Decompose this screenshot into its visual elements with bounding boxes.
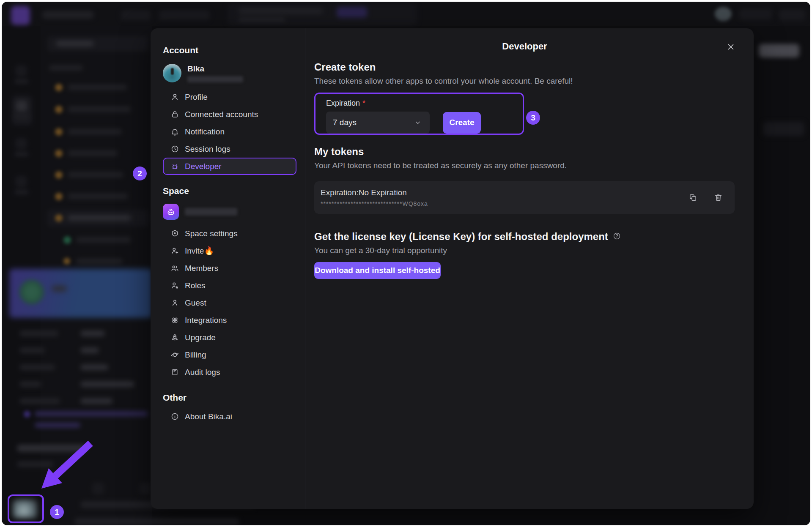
sidebar-item-notification[interactable]: Notification: [163, 123, 296, 140]
token-masked-value: ******************************WQ8oxa: [321, 200, 428, 207]
sidebar-item-profile[interactable]: Profile: [163, 88, 296, 106]
user-avatar: [163, 64, 181, 82]
trash-icon: [713, 193, 723, 202]
users-icon: [170, 264, 179, 273]
grid-icon: [170, 316, 179, 325]
sidebar-item-label: Session logs: [185, 145, 230, 154]
app-window: Account Bika Profile Connected accounts: [2, 2, 810, 525]
space-avatar: [163, 204, 179, 220]
help-icon[interactable]: [612, 232, 621, 242]
sidebar-item-label: Upgrade: [185, 333, 216, 342]
license-subtext: You can get a 30-day trial opportunity: [314, 246, 735, 255]
other-heading: Other: [163, 393, 296, 403]
token-row: Expiration:No Expiration ***************…: [314, 181, 735, 214]
token-expiration: Expiration:No Expiration: [321, 188, 428, 197]
sidebar-item-label: Integrations: [185, 316, 227, 325]
document-icon: [170, 368, 179, 377]
sidebar-item-members[interactable]: Members: [163, 259, 296, 277]
sidebar-item-space-settings[interactable]: Space settings: [163, 225, 296, 242]
rocket-icon: [170, 333, 179, 342]
sidebar-item-label: Developer: [185, 162, 222, 171]
info-icon: [170, 412, 179, 421]
sidebar-item-invite[interactable]: Invite🔥: [163, 242, 296, 259]
space-name-blur: [185, 208, 237, 216]
annotation-arrow: [31, 433, 107, 500]
create-token-heading: Create token: [314, 61, 735, 73]
create-token-form: Expiration* 7 days Create: [314, 93, 524, 135]
bell-icon: [170, 127, 179, 136]
sidebar-item-connected-accounts[interactable]: Connected accounts: [163, 106, 296, 123]
modal-content: Developer Create token These tokens allo…: [305, 28, 754, 509]
space-selector[interactable]: [163, 202, 296, 221]
annotation-step-1: 1: [50, 505, 64, 519]
required-mark: *: [362, 99, 365, 107]
space-heading: Space: [163, 186, 296, 196]
sidebar-item-upgrade[interactable]: Upgrade: [163, 329, 296, 346]
annotation-step-3: 3: [526, 111, 540, 125]
expiration-label: Expiration: [326, 99, 360, 107]
sidebar-item-label: Profile: [185, 93, 208, 102]
sidebar-item-guest[interactable]: Guest: [163, 294, 296, 311]
copy-token-button[interactable]: [686, 191, 699, 204]
user-email-blur: [187, 76, 243, 82]
sidebar-item-billing[interactable]: Billing: [163, 346, 296, 363]
copy-icon: [688, 193, 698, 202]
sidebar-item-label: Roles: [185, 281, 206, 290]
page-title: Developer: [314, 41, 735, 52]
user-plus-icon: [170, 246, 179, 255]
expiration-selected-value: 7 days: [333, 118, 357, 127]
sidebar-item-about[interactable]: About Bika.ai: [163, 408, 296, 425]
other-menu: About Bika.ai: [163, 408, 296, 425]
my-tokens-heading: My tokens: [314, 146, 735, 158]
sidebar-item-label: Notification: [185, 127, 225, 137]
user-icon: [170, 93, 179, 101]
sidebar-item-label: Audit logs: [185, 368, 220, 377]
space-menu: Space settings Invite🔥 Members Roles Gue…: [163, 225, 296, 381]
expiration-select[interactable]: 7 days: [326, 112, 430, 134]
license-heading: Get the license key (License Key) for se…: [314, 231, 608, 243]
sidebar-item-integrations[interactable]: Integrations: [163, 311, 296, 329]
create-button[interactable]: Create: [443, 112, 481, 134]
robot-icon: [166, 207, 176, 217]
account-heading: Account: [163, 45, 296, 55]
sidebar-item-session-logs[interactable]: Session logs: [163, 140, 296, 158]
user-icon: [170, 298, 179, 307]
user-star-icon: [170, 281, 179, 290]
settings-modal: Account Bika Profile Connected accounts: [151, 28, 754, 509]
sidebar-item-label: Invite🔥: [185, 246, 214, 256]
user-name: Bika: [187, 64, 243, 74]
my-tokens-description: Your API tokens need to be treated as se…: [314, 161, 735, 170]
sidebar-item-developer[interactable]: Developer: [163, 158, 296, 175]
annotation-step-2: 2: [133, 167, 147, 180]
sidebar-item-label: Guest: [185, 298, 206, 308]
download-self-hosted-button[interactable]: Download and install self-hosted: [314, 262, 441, 279]
account-user[interactable]: Bika: [163, 62, 296, 84]
modal-sidebar: Account Bika Profile Connected accounts: [151, 28, 305, 509]
chevron-down-icon: [414, 118, 422, 127]
close-icon: [726, 42, 735, 52]
close-button[interactable]: [723, 39, 738, 55]
create-token-description: These tokens allow other apps to control…: [314, 76, 735, 86]
delete-token-button[interactable]: [712, 191, 724, 204]
planet-icon: [170, 350, 179, 359]
sidebar-item-label: Space settings: [185, 229, 238, 238]
lock-icon: [170, 110, 179, 119]
sidebar-item-label: Connected accounts: [185, 110, 258, 119]
sidebar-item-label: Members: [185, 264, 218, 273]
sidebar-item-roles[interactable]: Roles: [163, 277, 296, 294]
sidebar-item-label: About Bika.ai: [185, 412, 232, 421]
sidebar-item-label: Billing: [185, 350, 206, 360]
settings-hexagon-icon: [170, 229, 179, 238]
bug-icon: [170, 162, 179, 171]
sidebar-item-audit-logs[interactable]: Audit logs: [163, 363, 296, 381]
clock-icon: [170, 145, 179, 153]
account-menu: Profile Connected accounts Notification …: [163, 88, 296, 175]
